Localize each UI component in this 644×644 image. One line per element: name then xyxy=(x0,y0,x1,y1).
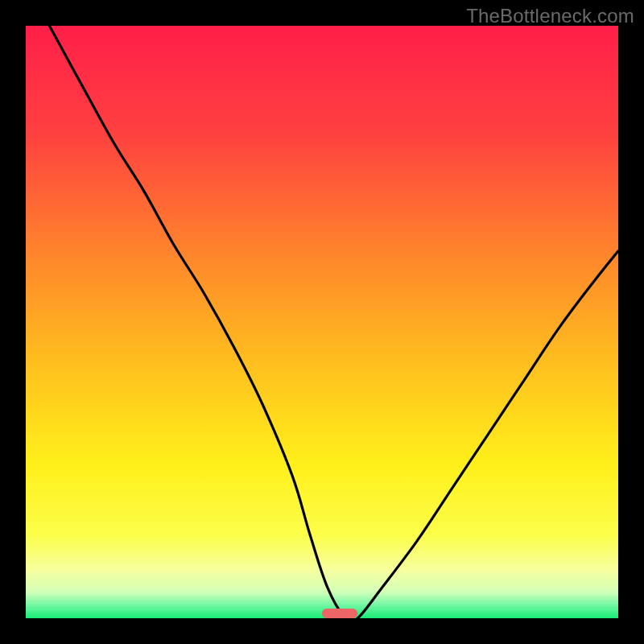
chart-frame: TheBottleneck.com xyxy=(0,0,644,644)
optimum-marker xyxy=(322,609,357,618)
plot-area xyxy=(26,26,618,618)
gradient-background xyxy=(26,26,618,618)
watermark-text: TheBottleneck.com xyxy=(466,5,634,27)
bottleneck-chart xyxy=(26,26,618,618)
